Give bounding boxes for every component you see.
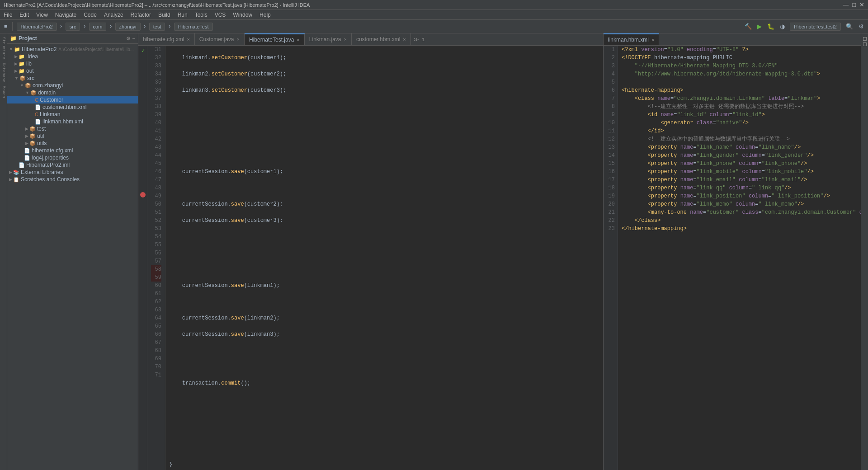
right-tool-btn-2[interactable]	[863, 42, 867, 46]
run-button[interactable]: ▶	[755, 22, 764, 31]
tree-log4j[interactable]: ▶ 📄 log4j.properties	[7, 154, 138, 161]
menu-bar: FileEditViewNavigateCodeAnalyzeRefactorB…	[0, 10, 868, 20]
debug-button[interactable]: 🐛	[765, 22, 777, 31]
breadcrumb-class[interactable]: HibernateTest	[174, 23, 213, 31]
tab-label: Linkman.java	[309, 36, 341, 42]
toolbar-hamburger[interactable]: ≡	[2, 22, 10, 31]
tree-domain[interactable]: ▼ 📦 domain	[7, 89, 138, 96]
tree-idea[interactable]: ▶ 📁 .idea	[7, 53, 138, 60]
tree-hibernate-cfg[interactable]: ▶ 📄 hibernate.cfg.xml	[7, 147, 138, 154]
maven-tool[interactable]: Maven	[1, 86, 6, 98]
tab-close[interactable]: ×	[237, 37, 240, 42]
breadcrumb-project[interactable]: HibernatePro2	[17, 23, 57, 31]
breadcrumb-src[interactable]: src	[66, 23, 80, 31]
tree-test[interactable]: ▶ 📦 test	[7, 125, 138, 132]
breadcrumb-zhangyi[interactable]: zhangyi	[115, 23, 141, 31]
main-content: Structure Database Maven 📁 Project ⚙ − ▼…	[0, 33, 868, 470]
maximize-button[interactable]: □	[852, 1, 856, 8]
breadcrumb-com[interactable]: com	[89, 23, 107, 31]
menu-item-window[interactable]: Window	[229, 11, 256, 19]
menu-item-analyze[interactable]: Analyze	[100, 11, 127, 19]
tab-close[interactable]: ×	[297, 37, 299, 42]
project-sidebar: 📁 Project ⚙ − ▼ 📁 HibernatePro2 A:\Code\…	[7, 33, 138, 470]
tree-utils[interactable]: ▶ 📦 utils	[7, 140, 138, 147]
toolbar-sep-1	[12, 22, 13, 31]
tree-util[interactable]: ▶ 📦 util	[7, 132, 138, 140]
menu-item-view[interactable]: View	[33, 11, 52, 19]
tree-linkman[interactable]: ▶ C Linkman	[7, 111, 138, 118]
menu-item-run[interactable]: Run	[174, 11, 191, 19]
build-button[interactable]: 🔨	[742, 22, 754, 31]
settings-button[interactable]: ⚙	[856, 22, 866, 31]
tree-external-libs[interactable]: ▶ 📚 External Libraries	[7, 169, 138, 176]
code-editor[interactable]: ✓ 3132333435 3637383940 4142434445 46474…	[138, 46, 603, 470]
tab-label: Customer.java	[199, 36, 234, 42]
menu-item-edit[interactable]: Edit	[16, 11, 33, 19]
breakpoint	[140, 192, 146, 197]
menu-item-tools[interactable]: Tools	[191, 11, 211, 19]
title-bar: HibernatePro2 [A:\Code\IdeaProjects\Hibe…	[0, 0, 868, 10]
right-tool-strip	[861, 33, 868, 470]
xml-tab-close[interactable]: ×	[651, 37, 654, 42]
search-everywhere[interactable]: 🔍	[844, 22, 855, 31]
minimize-button[interactable]: —	[843, 1, 849, 8]
tab-hibernate-test[interactable]: HibernateTest.java ×	[245, 33, 305, 45]
tab-close[interactable]: ×	[344, 37, 347, 42]
menu-item-build[interactable]: Build	[155, 11, 174, 19]
editor-tabs: hibernate.cfg.xml × Customer.java × Hibe…	[138, 33, 603, 46]
left-tool-strip: Structure Database Maven	[0, 33, 7, 470]
check-mark: ✓	[142, 47, 145, 54]
window-controls[interactable]: — □ ✕	[843, 1, 864, 8]
main-toolbar: ≡ HibernatePro2 › src › com › zhangyi › …	[0, 20, 868, 33]
tab-linkman[interactable]: Linkman.java ×	[305, 33, 352, 45]
menu-item-navigate[interactable]: Navigate	[52, 11, 80, 19]
tab-label: hibernate.cfg.xml	[143, 36, 184, 42]
menu-item-help[interactable]: Help	[256, 11, 274, 19]
tree-project-root[interactable]: ▼ 📁 HibernatePro2 A:\Code\IdeaProjects\H…	[7, 46, 138, 53]
run-config-selector[interactable]: HibernateTest.test2	[790, 23, 841, 31]
xml-code-content[interactable]: <?xml version="1.0" encoding="UTF-8" ?> …	[618, 46, 861, 470]
menu-item-file[interactable]: File	[0, 11, 16, 19]
tree-iml[interactable]: ▶ 📄 HibernatePro2.iml	[7, 161, 138, 169]
database-tool[interactable]: Database	[1, 63, 6, 82]
tree-customer-xml[interactable]: ▶ 📄 customer.hbm.xml	[7, 103, 138, 111]
breadcrumb-test[interactable]: test	[149, 23, 165, 31]
tree-linkman-xml[interactable]: ▶ 📄 linkman.hbm.xml	[7, 118, 138, 125]
right-tool-btn-1[interactable]	[863, 37, 867, 41]
tree-src[interactable]: ▼ 📦 src	[7, 75, 138, 82]
project-label: 📁	[10, 35, 17, 42]
xml-line-numbers: 12345 678910 1112131415 1617181920 21222…	[604, 46, 618, 470]
sidebar-header: 📁 Project ⚙ −	[7, 33, 138, 44]
tab-close[interactable]: ×	[403, 37, 406, 42]
line-numbers: 3132333435 3637383940 4142434445 4647484…	[147, 46, 165, 470]
tree-out[interactable]: ▶ 📁 out	[7, 67, 138, 75]
sidebar-settings[interactable]: ⚙	[126, 36, 131, 42]
tree-com-zhangyi[interactable]: ▼ 📦 com.zhangyi	[7, 82, 138, 89]
sidebar-collapse[interactable]: −	[132, 36, 135, 41]
tab-overflow[interactable]: ≫ 1	[411, 33, 428, 45]
menu-item-code[interactable]: Code	[80, 11, 100, 19]
tab-label: HibernateTest.java	[249, 37, 294, 43]
title-text: HibernatePro2 [A:\Code\IdeaProjects\Hibe…	[4, 2, 310, 8]
tab-close[interactable]: ×	[187, 37, 189, 42]
tab-linkman-xml[interactable]: linkman.hbm.xml ×	[604, 33, 659, 45]
xml-inner: 12345 678910 1112131415 1617181920 21222…	[604, 46, 861, 470]
tab-customer[interactable]: Customer.java ×	[195, 33, 245, 45]
tab-hibernate-cfg[interactable]: hibernate.cfg.xml ×	[138, 33, 195, 45]
tree-lib[interactable]: ▶ 📁 lib	[7, 60, 138, 67]
menu-item-vcs[interactable]: VCS	[211, 11, 230, 19]
tree-scratches[interactable]: ▶ 📋 Scratches and Consoles	[7, 176, 138, 183]
menu-item-refactor[interactable]: Refactor	[127, 11, 155, 19]
editor-gutter: ✓	[138, 46, 147, 470]
xml-panel: linkman.hbm.xml × 12345 678910 111213141…	[603, 33, 861, 470]
xml-tabs: linkman.hbm.xml ×	[604, 33, 861, 46]
tab-customer-xml[interactable]: customer.hbm.xml ×	[352, 33, 411, 45]
tab-label: customer.hbm.xml	[356, 36, 400, 42]
code-content[interactable]: linkman1.setCustomer(customer1); linkman…	[165, 46, 603, 470]
project-tree: ▼ 📁 HibernatePro2 A:\Code\IdeaProjects\H…	[7, 44, 138, 470]
close-button[interactable]: ✕	[859, 1, 864, 8]
tree-customer[interactable]: ▶ C Customer	[7, 96, 138, 103]
sidebar-title: Project	[19, 35, 37, 42]
structure-tool[interactable]: Structure	[1, 37, 6, 59]
run-with-coverage[interactable]: ◑	[778, 22, 787, 31]
